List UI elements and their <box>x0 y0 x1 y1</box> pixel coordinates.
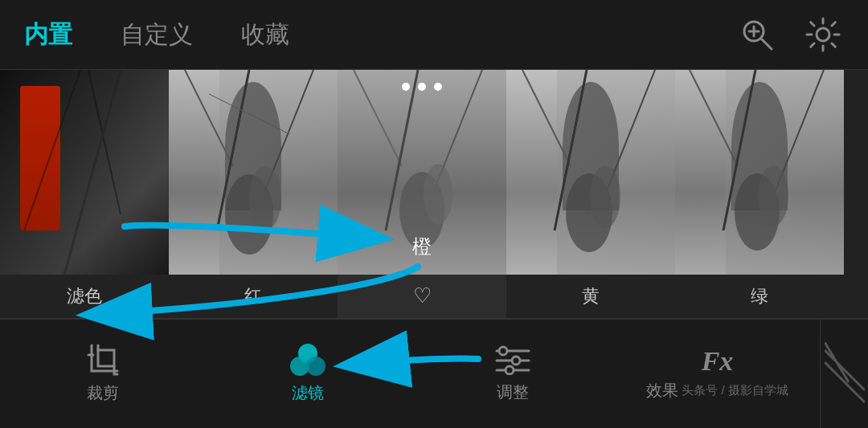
svg-line-7 <box>64 70 121 275</box>
effects-label: 效果 <box>646 380 678 402</box>
svg-line-37 <box>825 362 865 402</box>
add-search-button[interactable] <box>736 14 778 55</box>
svg-line-24 <box>690 70 738 166</box>
crop-label: 裁剪 <box>87 382 119 404</box>
branch-overlay-lv <box>675 70 844 275</box>
filter-circles-icon <box>290 344 326 376</box>
tool-item-crop[interactable]: 裁剪 <box>0 320 205 428</box>
tool-item-extra <box>820 320 868 428</box>
svg-point-13 <box>249 166 281 230</box>
svg-line-14 <box>354 70 402 166</box>
filter-label-huang: 黄 <box>582 284 600 308</box>
svg-rect-29 <box>98 350 114 366</box>
filter-heart-cheng: ♡ <box>413 283 432 308</box>
fx-icon: Fx <box>702 346 734 377</box>
filter-thumb-lv <box>675 70 844 275</box>
nav-tabs: 内置 自定义 收藏 <box>24 18 289 51</box>
bottom-toolbar: 裁剪 滤镜 调整 Fx <box>0 319 868 428</box>
filter-row: 滤色 红 <box>0 70 868 319</box>
filter-label-hong: 红 <box>244 284 262 308</box>
tool-item-filter[interactable]: 滤镜 <box>205 320 410 428</box>
branch-overlay-hong <box>169 70 338 275</box>
diagonal-lines-icon <box>825 342 865 406</box>
svg-line-38 <box>825 342 849 382</box>
settings-button[interactable] <box>802 14 844 55</box>
svg-point-23 <box>590 165 620 228</box>
crop-icon <box>87 344 119 376</box>
filter-thumb-huang <box>506 70 675 275</box>
filter-label-lv: 绿 <box>751 284 768 308</box>
nav-icons <box>736 14 844 55</box>
nav-tab-builtin[interactable]: 内置 <box>24 18 72 51</box>
filter-item-cheng[interactable]: 橙 ♡ <box>338 70 506 318</box>
svg-line-11 <box>209 94 289 134</box>
tool-item-adjust[interactable]: 调整 <box>410 320 615 428</box>
filter-item-lvse[interactable]: 滤色 <box>0 70 169 318</box>
adjust-label: 调整 <box>497 381 529 403</box>
filter-thumb-hong <box>169 70 338 275</box>
filter-item-lv[interactable]: 绿 <box>675 70 844 318</box>
gear-icon <box>804 15 842 54</box>
filter-item-hong[interactable]: 红 <box>169 70 338 318</box>
nav-tab-custom[interactable]: 自定义 <box>121 18 193 51</box>
svg-line-36 <box>825 350 865 390</box>
svg-line-1 <box>762 39 772 49</box>
tool-item-effects[interactable]: Fx 效果 头条号 / 摄影自学城 <box>615 320 820 428</box>
filter-dot-1 <box>402 83 410 91</box>
svg-point-35 <box>506 366 514 374</box>
filter-thumb-lvse <box>0 70 169 275</box>
filter-label-cheng: 橙 <box>412 234 432 259</box>
svg-line-19 <box>522 70 571 166</box>
svg-point-18 <box>424 164 452 225</box>
branch-overlay-lvse <box>0 70 169 275</box>
svg-point-28 <box>758 165 788 226</box>
svg-line-8 <box>185 70 233 166</box>
svg-line-25 <box>776 70 824 190</box>
filter-dot-3 <box>434 83 442 91</box>
watermark-text: 头条号 / 摄影自学城 <box>682 383 788 398</box>
nav-tab-favorites[interactable]: 收藏 <box>241 18 289 51</box>
filter-dot-2 <box>418 83 426 91</box>
filter-dots <box>402 83 442 91</box>
svg-line-5 <box>24 70 80 230</box>
svg-point-4 <box>817 28 829 41</box>
svg-point-33 <box>512 357 520 365</box>
filter-label-lvse: 滤色 <box>67 284 102 308</box>
plus-magnify-icon <box>738 15 776 54</box>
filter-item-huang[interactable]: 黄 <box>506 70 675 318</box>
branch-overlay-huang <box>506 70 675 275</box>
top-nav: 内置 自定义 收藏 <box>0 0 868 70</box>
filter-label-tool: 滤镜 <box>292 382 324 404</box>
svg-point-31 <box>499 347 507 355</box>
adjust-icon <box>495 344 530 375</box>
